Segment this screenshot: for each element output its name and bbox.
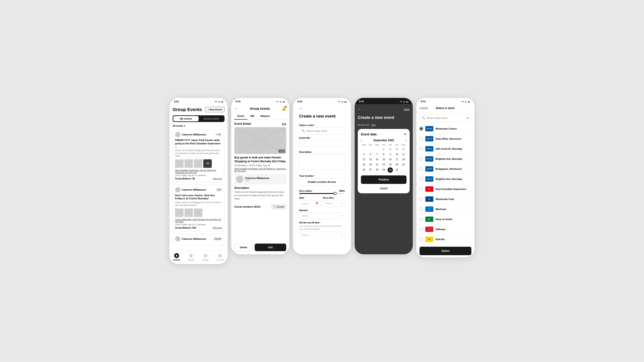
tab2-balance[interactable]: Balance [258, 113, 273, 120]
cutoff-select[interactable]: Select ▾ [299, 232, 345, 238]
add-photo-button[interactable]: Add [371, 124, 376, 126]
tab-my-events[interactable]: My events [173, 116, 198, 121]
store-list-item[interactable]: COSTCOBrighton Ave, Burnaby [416, 154, 474, 164]
cal-day-cell[interactable]: 19 [361, 162, 367, 167]
store-list-item[interactable]: COSTCOExpo Blvd, Vancouver [416, 134, 474, 144]
cal-day-cell[interactable]: 17 [394, 157, 400, 162]
cal-day-cell[interactable]: 20 [368, 162, 374, 167]
cal-day-cell[interactable]: 9 [387, 152, 393, 157]
store-radio-10[interactable] [420, 228, 423, 231]
prev-month-button[interactable]: ‹ [361, 139, 362, 142]
store-list-item[interactable]: COSTCOWholesale Costco [416, 124, 474, 134]
back-arrow-2[interactable]: ← [234, 107, 238, 111]
store-radio-2[interactable] [420, 147, 423, 151]
nav-groups[interactable]: ○ Groups [188, 253, 194, 261]
clear-search-icon[interactable]: ⊗ [466, 116, 469, 120]
store-radio-6[interactable] [420, 187, 423, 191]
date-select[interactable]: Select 📅 [299, 200, 321, 207]
store-radio-7[interactable] [420, 197, 423, 201]
cal-day-cell[interactable]: 31 [394, 167, 400, 173]
cal-day-cell[interactable]: 2 [387, 147, 393, 151]
notification-bell[interactable]: 🔔 [282, 106, 286, 111]
store-search-box[interactable]: 🔍 [299, 127, 345, 134]
cal-day-cell[interactable]: 26 [361, 167, 367, 173]
cal-day-cell[interactable]: 11 [400, 152, 406, 157]
contact-button[interactable]: 📋 Contact [271, 204, 286, 209]
cal-day-cell[interactable]: 21 [374, 162, 380, 167]
cal-day-cell[interactable]: 16 [387, 157, 393, 162]
cal-day-cell[interactable]: 1 [380, 147, 386, 151]
tab2-bill[interactable]: Bill [247, 113, 258, 120]
store-link-2[interactable]: Costco Wholesale, 3550 Brington Ave, Bur… [175, 218, 222, 223]
store-list-item[interactable]: COSTCOBrighton Ave, Burnaby [416, 174, 474, 184]
close-modal-button[interactable]: ✕ [404, 132, 406, 136]
cal-day-cell[interactable]: 4 [400, 147, 406, 151]
cal-day-cell[interactable]: 28 [374, 167, 380, 173]
back-arrow-4[interactable]: ← [358, 107, 361, 111]
nav-account[interactable]: ○ Account [216, 253, 224, 261]
store-list-item[interactable]: NFNoFrills [416, 234, 474, 245]
location-button[interactable]: Enable Location Access [299, 178, 345, 186]
edit-link[interactable]: Edit [282, 122, 286, 125]
new-event-button[interactable]: + New Event [205, 107, 224, 112]
store-search-input-5[interactable] [427, 117, 465, 119]
store-search-input[interactable] [306, 130, 342, 132]
store-radio-9[interactable] [420, 217, 423, 221]
tab2-event[interactable]: Event [234, 113, 247, 120]
cal-day-cell[interactable]: 5 [361, 152, 367, 157]
view-more-2[interactable]: View more [213, 227, 222, 229]
nav-search[interactable]: ○ Search [202, 253, 209, 261]
store-list-item[interactable]: COSTCOBridgeport, Richmond [416, 164, 474, 174]
store-link-1[interactable]: Real Canadian Superstore, 350 SE Marine … [175, 169, 222, 174]
cal-day-cell[interactable]: 22 [380, 162, 386, 167]
cal-day-cell[interactable]: 18 [400, 157, 406, 162]
cal-day-cell[interactable]: 8 [380, 152, 386, 157]
cal-day-cell[interactable]: 3 [394, 147, 400, 151]
store-radio-11[interactable] [420, 238, 423, 241]
cal-day-cell[interactable]: 12 [361, 157, 367, 162]
clear-button[interactable]: Clear [404, 108, 410, 111]
edit-button[interactable]: Edit [255, 244, 286, 251]
store-radio-1[interactable] [420, 137, 423, 141]
delete-button[interactable]: Delete [234, 244, 253, 251]
cal-day-cell[interactable]: 23 [387, 162, 393, 167]
description-input[interactable] [299, 154, 345, 170]
cal-day-cell[interactable]: 25 [400, 162, 406, 167]
cal-day-cell[interactable]: 10 [394, 152, 400, 157]
cal-day-cell[interactable]: 6 [368, 152, 374, 157]
view-more-1[interactable]: View more [213, 177, 222, 180]
cal-day-cell[interactable]: 27 [368, 167, 374, 173]
store-radio-8[interactable] [420, 207, 423, 211]
cal-day-cell[interactable]: 24 [394, 162, 400, 167]
store-list-item[interactable]: COSTCOStill Creek Dr, Burnaby [416, 144, 474, 154]
radius-slider[interactable] [299, 193, 345, 194]
select-store-button[interactable]: Select [420, 247, 471, 255]
store-list-item[interactable]: SSafeway [416, 224, 474, 234]
cancel-button-5[interactable]: Cancel [420, 107, 428, 110]
store-list-item[interactable]: SOFSave on foods [416, 214, 474, 224]
store-radio-4[interactable] [420, 167, 423, 171]
store-list-item[interactable]: RCSReal Canadian Superstore [416, 184, 474, 194]
tab-going-events[interactable]: Going events [198, 116, 224, 121]
remind-select[interactable]: Select ▾ [299, 213, 345, 219]
cal-day-cell[interactable]: 30 [387, 167, 393, 173]
time-select[interactable]: Select ▾ [323, 200, 345, 207]
store-list-item[interactable]: WCWholesale Club [416, 194, 474, 204]
store-radio-0[interactable] [420, 127, 423, 130]
nav-events[interactable]: ● Events [173, 253, 180, 261]
store-radio-3[interactable] [420, 157, 423, 161]
slider-thumb[interactable] [334, 192, 336, 195]
positive-button[interactable]: Positive [361, 175, 406, 184]
cal-day-cell[interactable]: 14 [374, 157, 380, 162]
event-store-link[interactable]: Real Canadian Superstore, 350 SE Marine … [234, 168, 286, 172]
cal-day-cell[interactable]: 13 [368, 157, 374, 162]
back-arrow-3[interactable]: ← [299, 106, 303, 110]
cal-day-cell[interactable]: 15 [380, 157, 386, 162]
next-month-button[interactable]: › [406, 139, 406, 142]
event-title-input[interactable] [299, 140, 345, 147]
today-cell[interactable]: 30 [388, 167, 393, 173]
cal-day-cell[interactable]: 29 [380, 167, 386, 173]
store-radio-5[interactable] [420, 177, 423, 181]
cal-day-cell[interactable]: 7 [374, 152, 380, 157]
cancel-link[interactable]: Cancel [361, 186, 406, 190]
